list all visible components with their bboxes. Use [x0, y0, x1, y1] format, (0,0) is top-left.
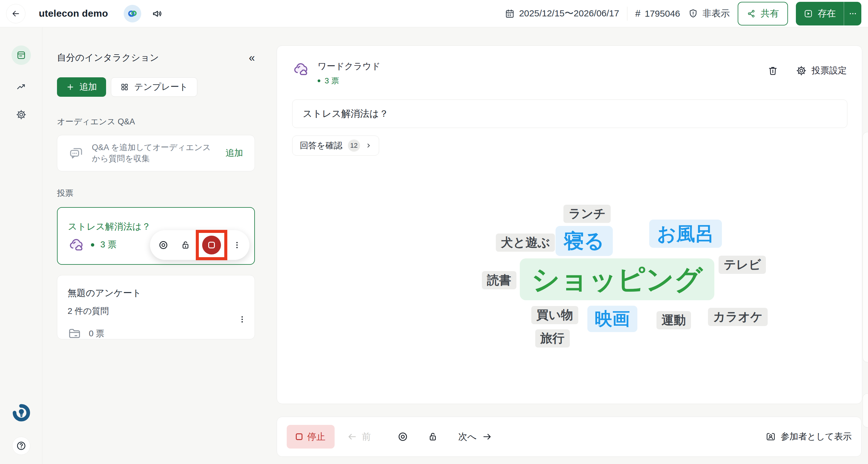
poll-stop-wrap [202, 236, 221, 255]
word-cloud-word: カラオケ [708, 308, 768, 326]
word-cloud-word: 運動 [656, 311, 691, 329]
top-bar-right: 2025/12/15〜2026/06/17 # 1795046 非表示 共有 存… [505, 2, 861, 26]
present-button[interactable]: 存在 [796, 2, 844, 26]
gear-icon [796, 65, 807, 76]
word-cloud-word: テレビ [719, 256, 766, 274]
present-button-group: 存在 [796, 2, 861, 26]
help-button[interactable] [12, 437, 30, 455]
trend-up-icon [16, 81, 27, 92]
review-responses-button[interactable]: 回答を確認 12 [292, 136, 379, 155]
survey-card[interactable]: 無題のアンケート 2 件の質問 0 票 [57, 275, 255, 339]
date-range: 2025/12/15〜2026/06/17 [519, 7, 619, 20]
poll-editor-header: ワードクラウド 3 票 投票設定 [292, 60, 847, 86]
poll-display-button[interactable] [158, 239, 169, 251]
qa-section-label: オーディエンス Q&A [57, 116, 255, 127]
survey-kebab-button[interactable] [238, 314, 247, 324]
share-label: 共有 [761, 7, 779, 20]
templates-grid-icon [120, 83, 129, 91]
previous-button: 前 [347, 431, 371, 443]
stop-poll-button[interactable]: 停止 [287, 425, 335, 448]
word-cloud-word: 映画 [587, 306, 638, 332]
back-arrow-icon [11, 9, 21, 19]
word-cloud-word: ショッピング [520, 258, 714, 300]
stop-square-icon [208, 242, 215, 249]
poll-controls-pill [150, 230, 249, 260]
present-more-button[interactable] [844, 2, 861, 26]
event-code-group: # 1795046 [635, 8, 680, 19]
shield-alert-icon [688, 8, 698, 19]
panel-actions: 追加 テンプレート [57, 77, 255, 97]
participant-view-icon [766, 432, 776, 442]
arrow-left-icon [347, 432, 357, 441]
survey-votes: 0 票 [89, 328, 104, 339]
panel-header: 自分のインタラクション « [57, 52, 255, 64]
stop-label: 停止 [307, 431, 326, 443]
live-dot [91, 243, 94, 246]
poll-votes: 3 票 [324, 76, 339, 86]
templates-button[interactable]: テンプレート [111, 77, 197, 97]
qa-promo-text: Q&A を追加してオーディエンスから質問を収集 [92, 142, 217, 164]
poll-stop-button[interactable] [202, 236, 221, 255]
share-button[interactable]: 共有 [738, 2, 788, 26]
word-cloud-word: 読書 [482, 271, 517, 289]
word-cloud-word: 寝る [556, 226, 613, 256]
rail-settings-button[interactable] [16, 109, 27, 121]
active-poll-meta: 3 票 [68, 236, 116, 253]
polls-section-label: 投票 [57, 188, 255, 199]
interactions-panel: 自分のインタラクション « 追加 テンプレート オーディエンス Q&A [43, 27, 268, 464]
add-interaction-button[interactable]: 追加 [57, 77, 106, 97]
qa-add-link[interactable]: 追加 [225, 147, 243, 159]
announcement-icon[interactable] [152, 8, 163, 20]
active-poll-card[interactable]: ストレス解消法は？ 3 票 [57, 207, 255, 265]
rail-interactions-button[interactable] [11, 46, 31, 65]
survey-meta: 0 票 [68, 327, 244, 341]
back-button[interactable] [6, 4, 26, 23]
event-code: 1795046 [645, 8, 680, 19]
hash-icon: # [635, 8, 641, 19]
next-button[interactable]: 次へ [458, 431, 492, 443]
collapse-panel-button[interactable]: « [249, 53, 255, 63]
qa-promo-card[interactable]: Q&A を追加してオーディエンスから質問を収集 追加 [57, 135, 255, 171]
display-toggle-button[interactable] [397, 431, 408, 442]
poll-settings-label: 投票設定 [812, 65, 847, 77]
play-icon [804, 9, 813, 18]
question-circle-icon [16, 440, 27, 451]
share-icon [747, 9, 756, 18]
word-cloud-word: 買い物 [531, 306, 578, 324]
view-as-participant-label: 参加者として表示 [781, 431, 851, 443]
panel-title: 自分のインタラクション [57, 52, 159, 64]
plus-icon [66, 83, 74, 91]
previous-label: 前 [362, 431, 371, 443]
rail-analytics-button[interactable] [16, 81, 27, 93]
question-input[interactable]: ストレス解消法は？ [292, 99, 847, 128]
word-cloud-word: 旅行 [535, 329, 570, 348]
left-rail [0, 27, 42, 464]
word-cloud-word: ランチ [563, 205, 611, 223]
delete-poll-button[interactable] [767, 65, 778, 76]
poll-lock-button[interactable] [180, 240, 191, 250]
survey-subtitle: 2 件の質問 [68, 306, 244, 317]
event-title: utelecon demo [39, 8, 108, 19]
responses-count-badge: 12 [348, 140, 360, 152]
poll-kebab-button[interactable] [232, 240, 242, 250]
poll-settings-button[interactable]: 投票設定 [796, 65, 847, 77]
templates-label: テンプレート [134, 81, 188, 93]
poll-votes-meta: 3 票 [318, 76, 380, 86]
folder-icon [68, 327, 82, 341]
next-label: 次へ [458, 431, 477, 443]
wordcloud-type-icon-large [292, 60, 310, 78]
body: 自分のインタラクション « 追加 テンプレート オーディエンス Q&A [0, 27, 868, 464]
divider [627, 7, 627, 21]
qa-chat-icon [69, 146, 83, 161]
webex-logo [124, 5, 141, 23]
presentation-bottom-bar: 停止 前 次へ [277, 417, 862, 457]
lock-toggle-button[interactable] [427, 431, 438, 442]
survey-title: 無題のアンケート [68, 287, 244, 299]
poll-editor-card: ワードクラウド 3 票 投票設定 [277, 46, 862, 404]
arrow-right-icon [482, 432, 492, 441]
privacy-group[interactable]: 非表示 [688, 7, 730, 20]
review-responses-label: 回答を確認 [300, 140, 342, 151]
main-content: ワードクラウド 3 票 投票設定 [277, 27, 863, 464]
view-as-participant-button[interactable]: 参加者として表示 [766, 431, 851, 443]
present-label: 存在 [818, 7, 836, 20]
